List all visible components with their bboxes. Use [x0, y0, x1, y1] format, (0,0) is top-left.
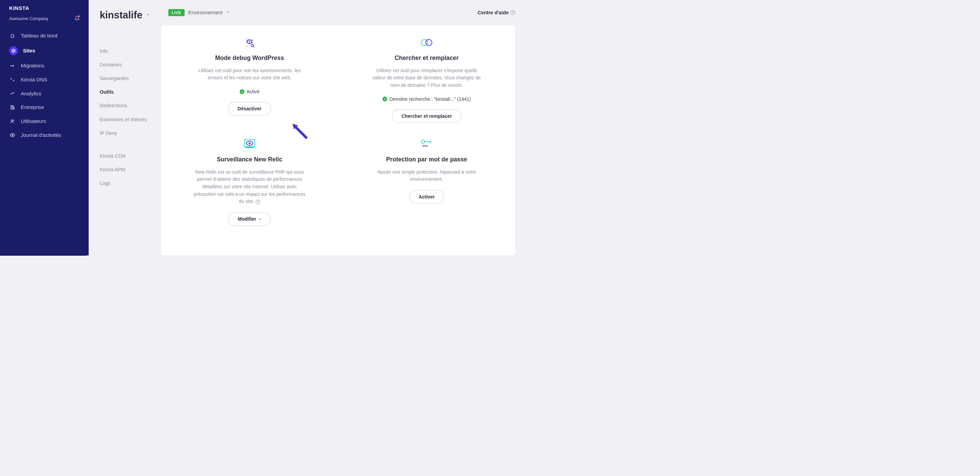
tool-card-newrelic: Surveillance New Relic New Relic est un … [176, 137, 324, 226]
svg-marker-1 [11, 49, 15, 51]
notifications-button[interactable] [75, 16, 80, 21]
svg-rect-14 [247, 38, 247, 40]
site-title: kinstalife [100, 9, 143, 21]
sidebar-item-dashboard[interactable]: Tableau de bord [0, 29, 89, 43]
tool-title: Mode debug WordPress [215, 54, 284, 61]
button-label: Modifier [238, 216, 256, 222]
chevron-down-icon[interactable] [146, 12, 150, 17]
svg-point-31 [421, 140, 425, 143]
modify-newrelic-button[interactable]: Modifier [228, 212, 271, 226]
activate-password-button[interactable]: Activer [409, 190, 444, 204]
tool-card-debug: Mode debug WordPress Utilisez cet outil … [176, 36, 324, 123]
env-label: Environnement [188, 10, 223, 15]
user-plus-icon [9, 118, 16, 125]
subnav-item-redirects[interactable]: Redirections [100, 99, 161, 113]
sidebar-item-users[interactable]: Utilisateurs [0, 114, 89, 128]
search-replace-button[interactable]: Chercher et remplacer [392, 109, 461, 123]
tool-status: Dernière recherche : "kinstali..." (1441… [382, 96, 471, 102]
sidebar-item-label: Migrations [21, 63, 44, 69]
sidebar-item-label: Entreprise [21, 104, 44, 110]
svg-line-20 [251, 40, 253, 41]
sidebar-item-label: Sites [23, 48, 35, 54]
sidebar-item-sites[interactable]: Sites [0, 43, 89, 59]
arrow-right-icon [9, 62, 16, 69]
search-replace-icon [421, 36, 433, 49]
subnav-item-cdn[interactable]: Kinsta CDN [100, 149, 161, 163]
environment-selector[interactable]: LIVE Environnement [169, 9, 230, 16]
tool-card-password: *** Protection par mot de passe Ajoute u… [353, 137, 501, 226]
subnav-item-plugins-themes[interactable]: Extensions et thèmes [100, 113, 161, 126]
main-content: LIVE Environnement Centre d'aide ? Mode … [161, 0, 526, 256]
home-icon [9, 32, 16, 39]
tool-title: Protection par mot de passe [386, 156, 467, 163]
svg-text:KINSTA: KINSTA [9, 5, 29, 11]
layers-icon [9, 46, 18, 55]
help-icon: ? [511, 10, 515, 15]
help-link-label: Centre d'aide [478, 10, 509, 16]
disable-debug-button[interactable]: Désactiver [228, 102, 271, 115]
check-icon [382, 97, 387, 101]
sidebar-item-dns[interactable]: Kinsta DNS [0, 73, 89, 87]
tool-card-search-replace: Chercher et remplacer Utilisez cet outil… [353, 36, 501, 123]
building-icon [9, 104, 16, 111]
sidebar-item-analytics[interactable]: Analytics [0, 86, 89, 101]
subnav-item-apm[interactable]: Kinsta APM [100, 163, 161, 177]
tool-status: Activé [240, 89, 259, 95]
sidebar-item-label: Kinsta DNS [21, 77, 47, 82]
svg-point-10 [11, 120, 13, 121]
tool-title: Chercher et remplacer [395, 54, 459, 61]
sidebar-item-label: Tableau de bord [21, 33, 57, 39]
svg-line-19 [247, 40, 247, 41]
svg-text:***: *** [423, 144, 428, 149]
sidebar-item-label: Analytics [21, 91, 41, 96]
help-center-link[interactable]: Centre d'aide ? [478, 10, 515, 16]
svg-rect-28 [245, 147, 254, 148]
status-text: Dernière recherche : "kinstali..." (1441… [389, 96, 471, 102]
subnav-item-tools[interactable]: Outils [100, 85, 161, 99]
tool-desc: Utilisez cet outil pour voir les avertis… [193, 67, 306, 81]
svg-point-13 [12, 134, 13, 136]
subnav-item-domains[interactable]: Domaines [100, 58, 161, 72]
tool-desc: New Relic est un outil de surveillance P… [193, 168, 306, 205]
tool-desc: Ajoute une simple protection .htpasswd à… [370, 168, 483, 183]
sidebar-item-company[interactable]: Entreprise [0, 101, 89, 114]
subnav-item-ip-deny[interactable]: IP Deny [100, 126, 161, 140]
help-icon[interactable]: ? [256, 200, 260, 204]
subnav-item-backups[interactable]: Sauvegardes [100, 72, 161, 85]
monitoring-icon [243, 137, 256, 150]
tool-desc: Utilisez cet outil pour remplacer n'impo… [370, 67, 483, 89]
svg-point-23 [251, 44, 253, 46]
svg-point-30 [249, 142, 250, 144]
kinsta-logo: KINSTA [0, 5, 89, 16]
sidebar-item-label: Utilisateurs [21, 118, 46, 124]
subnav-item-logs[interactable]: Logs [100, 177, 161, 190]
live-badge: LIVE [169, 9, 185, 16]
site-subnav: kinstalife Info Domaines Sauvegardes Out… [89, 0, 161, 256]
status-text: Activé [247, 89, 259, 95]
sidebar-item-label: Journal d'activités [21, 132, 61, 138]
eye-icon [9, 132, 16, 138]
svg-rect-15 [252, 38, 253, 40]
sidebar-item-activity-log[interactable]: Journal d'activités [0, 128, 89, 142]
company-name: Awesome Company [9, 16, 48, 21]
password-icon: *** [420, 137, 433, 150]
dns-icon [9, 76, 16, 83]
subnav-item-info[interactable]: Info [100, 44, 161, 58]
svg-rect-16 [247, 46, 247, 46]
check-icon [240, 89, 244, 94]
chart-icon [9, 90, 16, 97]
tool-title: Surveillance New Relic [217, 156, 282, 163]
notification-dot-icon [78, 15, 80, 17]
sidebar-item-migrations[interactable]: Migrations [0, 59, 89, 73]
debug-icon [244, 36, 255, 49]
main-sidebar: KINSTA Awesome Company Tableau de bord S… [0, 0, 89, 256]
chevron-down-icon [258, 216, 261, 222]
svg-rect-9 [13, 107, 14, 109]
svg-line-24 [253, 46, 254, 47]
chevron-down-icon [226, 11, 230, 15]
